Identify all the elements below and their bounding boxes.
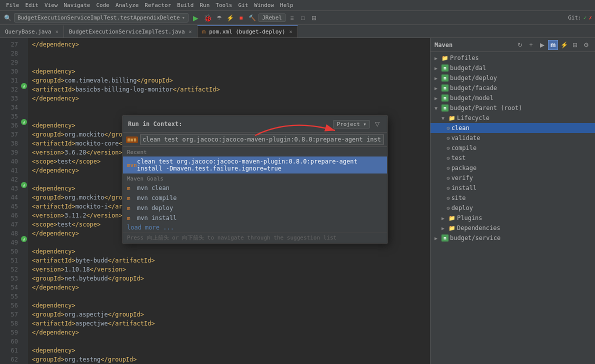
profile-button[interactable]: ⚡	[226, 14, 234, 22]
dialog-goal-clean[interactable]: m mvn clean	[123, 183, 387, 193]
package-label: package	[452, 164, 477, 172]
tab-budgetexecution-close[interactable]: ×	[189, 29, 192, 34]
gutter-icon-4[interactable]: ↺	[21, 236, 27, 242]
tab-querybase[interactable]: QueryBase.java ×	[0, 26, 64, 38]
run-button[interactable]: ▶	[190, 13, 200, 23]
maven-link-btn[interactable]: ⚡	[559, 40, 569, 50]
deploy-label: budget/deploy	[450, 74, 497, 82]
compile-gear-icon: ⚙	[446, 145, 450, 152]
menu-git[interactable]: Git	[236, 2, 250, 8]
gutter-icon-1[interactable]: ↺	[21, 83, 27, 89]
dal-arrow-icon: ▶	[434, 66, 442, 71]
load-more-link[interactable]: load more ...	[123, 223, 387, 232]
menu-run[interactable]: Run	[198, 2, 212, 8]
tree-lifecycle-validate[interactable]: ⚙ validate	[430, 133, 595, 143]
coverage-button[interactable]: ☂	[214, 14, 224, 22]
gutter-icon-3[interactable]: ↺	[21, 182, 27, 188]
tree-lifecycle[interactable]: ▼ 📁 Lifecycle	[430, 113, 595, 123]
service-arrow-icon: ▶	[434, 236, 442, 241]
maven-run-btn[interactable]: ▶	[537, 40, 547, 50]
code-line	[32, 103, 430, 112]
toolbar-icon-1[interactable]: ≡	[288, 14, 296, 22]
menu-file[interactable]: File	[4, 2, 22, 8]
tab-querybase-close[interactable]: ×	[56, 29, 58, 34]
test-gear-icon: ⚙	[446, 155, 450, 162]
debug-button[interactable]: 🐞	[202, 13, 212, 23]
jrebel-button[interactable]: JRebel	[258, 14, 286, 22]
run-config-search-icon[interactable]: 🔍	[3, 14, 12, 22]
maven-panel: Maven ↻ ＋ ▶ m ⚡ ⊟ ⚙ ▶ 📁 Profiles ▶ m bud…	[430, 38, 595, 364]
build-button[interactable]: 🔨	[248, 14, 256, 22]
toolbar-icon-3[interactable]: ⊟	[310, 14, 318, 22]
plugins-label: Plugins	[457, 214, 482, 222]
tree-lifecycle-clean[interactable]: ⚙ clean	[430, 123, 595, 133]
menu-analyze[interactable]: Analyze	[114, 2, 140, 8]
menu-tools[interactable]: Tools	[214, 2, 234, 8]
gutter-icon-2[interactable]: ↺	[21, 119, 27, 125]
git-x-icon: ✗	[588, 14, 592, 21]
code-line: </dependency>	[32, 283, 430, 292]
tree-budget-deploy[interactable]: ▶ m budget/deploy	[430, 73, 595, 83]
menu-refactor[interactable]: Refactor	[142, 2, 173, 8]
dialog-header: Run in Context: Project ▾ ▽	[123, 116, 387, 132]
maven-settings-btn[interactable]: ⚙	[581, 40, 591, 50]
lifecycle-folder-icon: 📁	[448, 115, 456, 122]
maven-refresh-btn[interactable]: ↻	[515, 40, 525, 50]
tree-budget-model[interactable]: ▶ m budget/model	[430, 93, 595, 103]
tree-lifecycle-verify[interactable]: ⚙ verify	[430, 173, 595, 183]
menu-code[interactable]: Code	[94, 2, 112, 8]
menu-help[interactable]: Help	[278, 2, 296, 8]
dialog-project-dropdown[interactable]: Project ▾	[333, 120, 370, 128]
dialog-goal-deploy[interactable]: m mvn deploy	[123, 203, 387, 213]
tree-budget-facade[interactable]: ▶ m budget/facade	[430, 83, 595, 93]
model-label: budget/model	[450, 94, 494, 102]
tree-plugins[interactable]: ▶ 📁 Plugins	[430, 213, 595, 223]
clean-gear-icon: ⚙	[446, 125, 450, 132]
menu-build[interactable]: Build	[175, 2, 196, 8]
plugins-arrow-icon: ▶	[442, 216, 448, 221]
run-bar: 🔍 BudgetExecutionServiceImplTest.testApp…	[0, 11, 595, 25]
tree-lifecycle-install[interactable]: ⚙ install	[430, 183, 595, 193]
dialog-goal-compile[interactable]: m mvn compile	[123, 193, 387, 203]
dialog-command-input[interactable]	[140, 134, 384, 144]
dialog-goal-install-text: mvn install	[137, 214, 176, 222]
menu-window[interactable]: Window	[252, 2, 276, 8]
code-line	[32, 58, 430, 67]
lifecycle-label: Lifecycle	[457, 114, 490, 122]
install-gear-icon: ⚙	[446, 185, 450, 192]
menu-edit[interactable]: Edit	[24, 2, 41, 8]
main-layout: 2728293031323334353637383940414243444546…	[0, 38, 595, 364]
maven-add-btn[interactable]: ＋	[526, 40, 536, 50]
code-line: <dependency>	[32, 247, 430, 256]
dialog-goal-install[interactable]: m mvn install	[123, 213, 387, 223]
stop-button[interactable]: ■	[236, 14, 246, 22]
parent-label: budget/Parent (root)	[450, 104, 522, 112]
tree-lifecycle-deploy[interactable]: ⚙ deploy	[430, 203, 595, 213]
maven-columns-btn[interactable]: ⊟	[570, 40, 580, 50]
tree-dependencies[interactable]: ▶ 📁 Dependencies	[430, 223, 595, 233]
tree-lifecycle-site[interactable]: ⚙ site	[430, 193, 595, 203]
toolbar-icon-2[interactable]: □	[298, 14, 308, 22]
tab-pomxml[interactable]: m pom.xml (budget-deploy) ×	[198, 26, 298, 38]
menu-view[interactable]: View	[42, 2, 60, 8]
tab-pomxml-label: pom.xml (budget-deploy)	[209, 28, 285, 35]
dialog-toolbar: Project ▾ ▽	[333, 119, 382, 129]
run-context-dialog[interactable]: Run in Context: Project ▾ ▽ mvn Recent m…	[122, 116, 388, 244]
dialog-title: Run in Context:	[128, 120, 182, 128]
dependencies-arrow-icon: ▶	[442, 226, 448, 231]
tab-pomxml-close[interactable]: ×	[290, 29, 292, 34]
dialog-recent-item-1[interactable]: mvn clean test org.jacoco:jacoco-maven-p…	[123, 156, 387, 174]
tab-budgetexecution[interactable]: BudgetExecutionServiceImplTest.java ×	[64, 26, 198, 38]
tree-budget-dal[interactable]: ▶ m budget/dal	[430, 63, 595, 73]
editor-area[interactable]: 2728293031323334353637383940414243444546…	[0, 38, 430, 364]
run-configuration: BudgetExecutionServiceImplTest.testAppen…	[14, 13, 188, 22]
dialog-filter-btn[interactable]: ▽	[372, 119, 382, 129]
tree-lifecycle-test[interactable]: ⚙ test	[430, 153, 595, 163]
maven-m-btn[interactable]: m	[548, 40, 558, 50]
tree-lifecycle-compile[interactable]: ⚙ compile	[430, 143, 595, 153]
tree-budget-parent[interactable]: ▼ m budget/Parent (root)	[430, 103, 595, 113]
menu-navigate[interactable]: Navigate	[62, 2, 92, 8]
tree-lifecycle-package[interactable]: ⚙ package	[430, 163, 595, 173]
tree-budget-service[interactable]: ▶ m budget/service	[430, 233, 595, 243]
tree-profiles[interactable]: ▶ 📁 Profiles	[430, 53, 595, 63]
